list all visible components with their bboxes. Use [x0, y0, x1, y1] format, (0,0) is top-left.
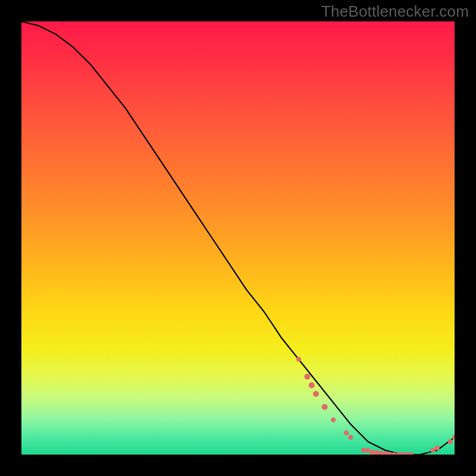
marker-cluster-left-start [296, 357, 301, 362]
marker-bottom-row-4 [374, 450, 379, 455]
curve-overlay [21, 21, 455, 455]
marker-cluster-left-3 [309, 383, 315, 389]
marker-bottom-row-1 [361, 448, 366, 453]
marker-right-rise-2 [435, 446, 440, 450]
marker-gap-dot-2 [348, 435, 353, 440]
marker-bottom-row-6 [383, 452, 388, 455]
chart-frame: TheBottlenecker.com [0, 0, 476, 476]
marker-right-rise-1 [431, 448, 436, 453]
marker-group [296, 357, 455, 455]
watermark-text: TheBottlenecker.com [321, 2, 469, 21]
marker-bottom-row-3 [370, 450, 375, 455]
marker-cluster-left-4 [313, 391, 319, 397]
marker-cluster-left-2 [304, 374, 310, 380]
marker-cluster-left-6 [331, 418, 336, 422]
marker-bottom-row-5 [378, 451, 383, 455]
marker-bottom-row-12 [409, 452, 414, 455]
marker-bottom-row-11 [405, 452, 409, 455]
marker-bottom-row-10 [400, 452, 405, 455]
marker-cluster-left-5 [322, 404, 328, 410]
marker-right-end-1 [448, 439, 453, 444]
bottleneck-curve-line [21, 21, 455, 455]
marker-bottom-row-2 [365, 448, 370, 453]
marker-gap-dot-1 [344, 431, 349, 436]
